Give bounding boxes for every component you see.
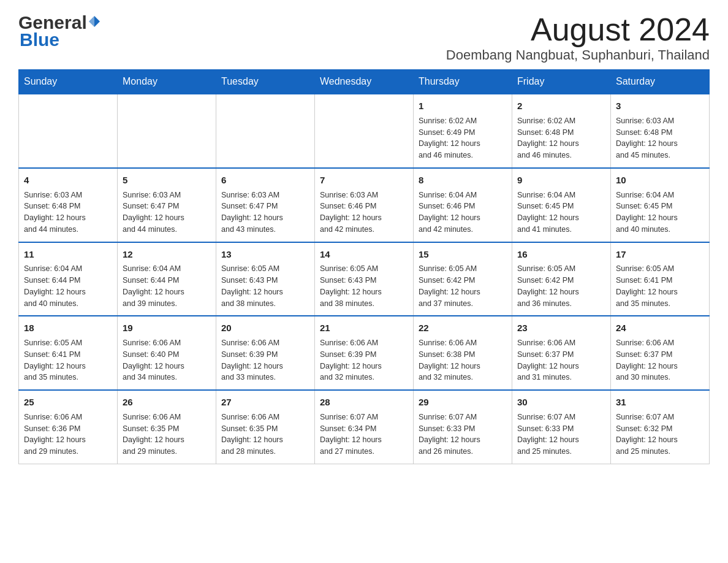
day-info: Sunrise: 6:02 AMSunset: 6:48 PMDaylight:… bbox=[517, 115, 605, 161]
calendar-week-row: 1Sunrise: 6:02 AMSunset: 6:49 PMDaylight… bbox=[19, 94, 710, 168]
calendar-header-row: Sunday Monday Tuesday Wednesday Thursday… bbox=[19, 70, 710, 94]
day-info: Sunrise: 6:05 AMSunset: 6:41 PMDaylight:… bbox=[616, 263, 704, 309]
day-info: Sunrise: 6:05 AMSunset: 6:41 PMDaylight:… bbox=[24, 337, 112, 383]
table-row: 28Sunrise: 6:07 AMSunset: 6:34 PMDayligh… bbox=[315, 390, 414, 464]
table-row: 2Sunrise: 6:02 AMSunset: 6:48 PMDaylight… bbox=[512, 94, 611, 168]
day-info: Sunrise: 6:06 AMSunset: 6:40 PMDaylight:… bbox=[123, 337, 211, 383]
day-number: 12 bbox=[123, 248, 211, 261]
table-row: 30Sunrise: 6:07 AMSunset: 6:33 PMDayligh… bbox=[512, 390, 611, 464]
table-row: 31Sunrise: 6:07 AMSunset: 6:32 PMDayligh… bbox=[611, 390, 710, 464]
table-row: 20Sunrise: 6:06 AMSunset: 6:39 PMDayligh… bbox=[216, 316, 315, 390]
col-tuesday: Tuesday bbox=[216, 70, 315, 94]
table-row: 1Sunrise: 6:02 AMSunset: 6:49 PMDaylight… bbox=[414, 94, 512, 168]
col-thursday: Thursday bbox=[414, 70, 512, 94]
table-row: 21Sunrise: 6:06 AMSunset: 6:39 PMDayligh… bbox=[315, 316, 414, 390]
day-info: Sunrise: 6:06 AMSunset: 6:38 PMDaylight:… bbox=[419, 337, 507, 383]
day-number: 30 bbox=[517, 396, 605, 409]
table-row: 26Sunrise: 6:06 AMSunset: 6:35 PMDayligh… bbox=[118, 390, 216, 464]
table-row bbox=[216, 94, 315, 168]
day-info: Sunrise: 6:02 AMSunset: 6:49 PMDaylight:… bbox=[419, 115, 507, 161]
day-info: Sunrise: 6:06 AMSunset: 6:36 PMDaylight:… bbox=[24, 412, 112, 458]
day-info: Sunrise: 6:07 AMSunset: 6:33 PMDaylight:… bbox=[419, 412, 507, 458]
table-row: 12Sunrise: 6:04 AMSunset: 6:44 PMDayligh… bbox=[118, 242, 216, 316]
day-info: Sunrise: 6:04 AMSunset: 6:45 PMDaylight:… bbox=[517, 190, 605, 236]
table-row bbox=[315, 94, 414, 168]
table-row: 27Sunrise: 6:06 AMSunset: 6:35 PMDayligh… bbox=[216, 390, 315, 464]
day-info: Sunrise: 6:03 AMSunset: 6:47 PMDaylight:… bbox=[123, 190, 211, 236]
day-info: Sunrise: 6:06 AMSunset: 6:39 PMDaylight:… bbox=[221, 337, 309, 383]
table-row: 9Sunrise: 6:04 AMSunset: 6:45 PMDaylight… bbox=[512, 168, 611, 242]
day-number: 11 bbox=[24, 248, 112, 261]
table-row: 18Sunrise: 6:05 AMSunset: 6:41 PMDayligh… bbox=[19, 316, 118, 390]
col-saturday: Saturday bbox=[611, 70, 710, 94]
day-number: 17 bbox=[616, 248, 704, 261]
table-row bbox=[118, 94, 216, 168]
logo-flag-icon bbox=[87, 15, 102, 31]
table-row: 11Sunrise: 6:04 AMSunset: 6:44 PMDayligh… bbox=[19, 242, 118, 316]
table-row: 4Sunrise: 6:03 AMSunset: 6:48 PMDaylight… bbox=[19, 168, 118, 242]
col-monday: Monday bbox=[118, 70, 216, 94]
table-row: 13Sunrise: 6:05 AMSunset: 6:43 PMDayligh… bbox=[216, 242, 315, 316]
day-number: 25 bbox=[24, 396, 112, 409]
day-number: 26 bbox=[123, 396, 211, 409]
day-number: 20 bbox=[221, 321, 309, 335]
day-number: 27 bbox=[221, 396, 309, 409]
day-number: 7 bbox=[320, 174, 408, 187]
calendar-week-row: 11Sunrise: 6:04 AMSunset: 6:44 PMDayligh… bbox=[19, 242, 710, 316]
table-row: 3Sunrise: 6:03 AMSunset: 6:48 PMDaylight… bbox=[611, 94, 710, 168]
table-row: 6Sunrise: 6:03 AMSunset: 6:47 PMDaylight… bbox=[216, 168, 315, 242]
day-number: 16 bbox=[517, 248, 605, 261]
day-info: Sunrise: 6:06 AMSunset: 6:35 PMDaylight:… bbox=[123, 412, 211, 458]
day-number: 18 bbox=[24, 321, 112, 335]
day-number: 6 bbox=[221, 174, 309, 187]
table-row: 5Sunrise: 6:03 AMSunset: 6:47 PMDaylight… bbox=[118, 168, 216, 242]
day-number: 5 bbox=[123, 174, 211, 187]
day-number: 24 bbox=[616, 321, 704, 335]
day-info: Sunrise: 6:06 AMSunset: 6:35 PMDaylight:… bbox=[221, 412, 309, 458]
day-number: 23 bbox=[517, 321, 605, 335]
table-row: 24Sunrise: 6:06 AMSunset: 6:37 PMDayligh… bbox=[611, 316, 710, 390]
day-number: 1 bbox=[419, 99, 507, 113]
table-row: 29Sunrise: 6:07 AMSunset: 6:33 PMDayligh… bbox=[414, 390, 512, 464]
day-info: Sunrise: 6:07 AMSunset: 6:32 PMDaylight:… bbox=[616, 412, 704, 458]
day-info: Sunrise: 6:07 AMSunset: 6:33 PMDaylight:… bbox=[517, 412, 605, 458]
table-row: 19Sunrise: 6:06 AMSunset: 6:40 PMDayligh… bbox=[118, 316, 216, 390]
day-info: Sunrise: 6:06 AMSunset: 6:39 PMDaylight:… bbox=[320, 337, 408, 383]
table-row: 17Sunrise: 6:05 AMSunset: 6:41 PMDayligh… bbox=[611, 242, 710, 316]
day-number: 4 bbox=[24, 174, 112, 187]
table-row: 8Sunrise: 6:04 AMSunset: 6:46 PMDaylight… bbox=[414, 168, 512, 242]
month-title: August 2024 bbox=[446, 12, 710, 47]
location-subtitle: Doembang Nangbuat, Suphanburi, Thailand bbox=[446, 47, 710, 63]
table-row: 10Sunrise: 6:04 AMSunset: 6:45 PMDayligh… bbox=[611, 168, 710, 242]
day-number: 21 bbox=[320, 321, 408, 335]
day-number: 29 bbox=[419, 396, 507, 409]
logo: General Blue bbox=[18, 12, 102, 50]
day-number: 10 bbox=[616, 174, 704, 187]
calendar-week-row: 25Sunrise: 6:06 AMSunset: 6:36 PMDayligh… bbox=[19, 390, 710, 464]
day-info: Sunrise: 6:05 AMSunset: 6:43 PMDaylight:… bbox=[320, 263, 408, 309]
header: General Blue August 2024 Doembang Nangbu… bbox=[18, 12, 710, 63]
calendar-week-row: 18Sunrise: 6:05 AMSunset: 6:41 PMDayligh… bbox=[19, 316, 710, 390]
day-number: 22 bbox=[419, 321, 507, 335]
table-row: 14Sunrise: 6:05 AMSunset: 6:43 PMDayligh… bbox=[315, 242, 414, 316]
day-info: Sunrise: 6:05 AMSunset: 6:42 PMDaylight:… bbox=[517, 263, 605, 309]
table-row: 16Sunrise: 6:05 AMSunset: 6:42 PMDayligh… bbox=[512, 242, 611, 316]
day-number: 28 bbox=[320, 396, 408, 409]
logo-blue-text: Blue bbox=[20, 29, 59, 50]
day-number: 8 bbox=[419, 174, 507, 187]
day-info: Sunrise: 6:03 AMSunset: 6:48 PMDaylight:… bbox=[616, 115, 704, 161]
col-friday: Friday bbox=[512, 70, 611, 94]
table-row: 22Sunrise: 6:06 AMSunset: 6:38 PMDayligh… bbox=[414, 316, 512, 390]
svg-marker-1 bbox=[89, 16, 94, 27]
title-area: August 2024 Doembang Nangbuat, Suphanbur… bbox=[446, 12, 710, 63]
day-info: Sunrise: 6:06 AMSunset: 6:37 PMDaylight:… bbox=[517, 337, 605, 383]
day-info: Sunrise: 6:06 AMSunset: 6:37 PMDaylight:… bbox=[616, 337, 704, 383]
day-info: Sunrise: 6:05 AMSunset: 6:43 PMDaylight:… bbox=[221, 263, 309, 309]
calendar-table: Sunday Monday Tuesday Wednesday Thursday… bbox=[18, 69, 710, 464]
day-number: 3 bbox=[616, 99, 704, 113]
calendar-week-row: 4Sunrise: 6:03 AMSunset: 6:48 PMDaylight… bbox=[19, 168, 710, 242]
col-sunday: Sunday bbox=[19, 70, 118, 94]
table-row: 15Sunrise: 6:05 AMSunset: 6:42 PMDayligh… bbox=[414, 242, 512, 316]
day-number: 19 bbox=[123, 321, 211, 335]
day-number: 31 bbox=[616, 396, 704, 409]
